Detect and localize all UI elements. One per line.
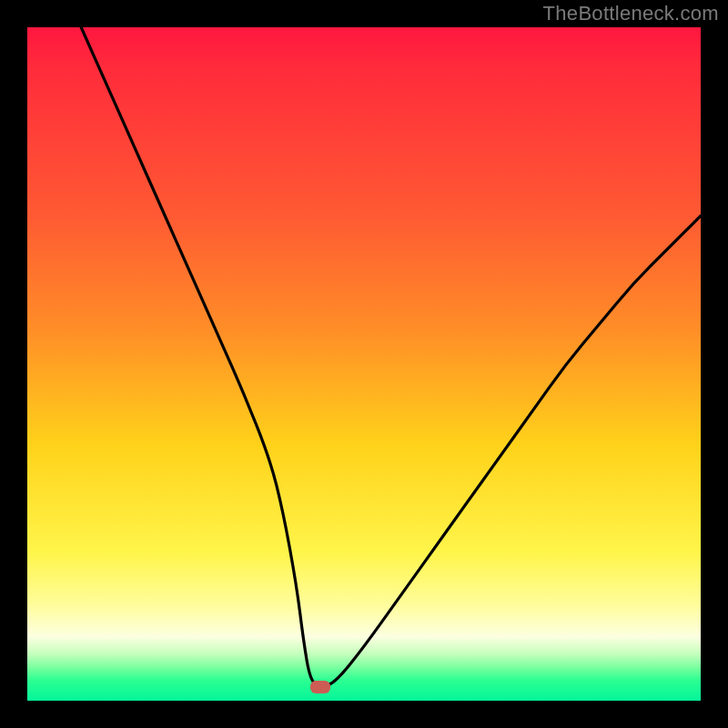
- bottleneck-marker: [310, 681, 330, 693]
- bottleneck-curve: [27, 27, 701, 701]
- chart-frame: TheBottleneck.com: [0, 0, 728, 728]
- watermark-text: TheBottleneck.com: [543, 2, 719, 25]
